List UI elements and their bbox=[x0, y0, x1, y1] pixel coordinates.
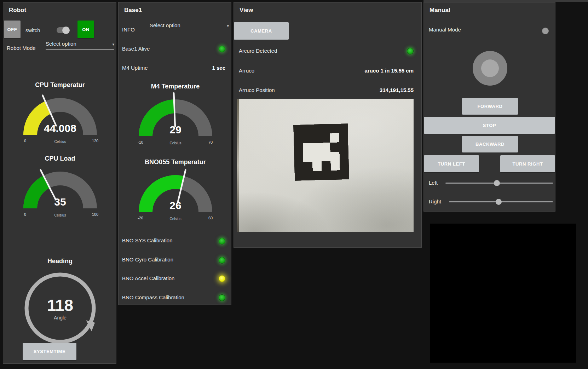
heading-ring: 118 Angle bbox=[10, 266, 110, 348]
bno-accel-calibration-label: BNO Accel Calibration bbox=[122, 275, 174, 282]
svg-text:0: 0 bbox=[24, 139, 26, 143]
systemtime-button[interactable]: SYSTEMTIME bbox=[23, 343, 76, 360]
robot-panel-title: Robot bbox=[9, 7, 26, 14]
svg-text:0: 0 bbox=[24, 212, 26, 217]
manual-panel-title: Manual bbox=[430, 7, 450, 14]
m4-temperature-gauge: M4 Temperature 29 -10 70 Celsius bbox=[125, 82, 226, 146]
bno-accel-calibration-led bbox=[219, 275, 225, 282]
panel-view: View CAMERA Arcuro Detected Arruco aruco… bbox=[234, 2, 422, 248]
cpu-temperature-title: CPU Temperatur bbox=[10, 81, 110, 89]
arruco-value: aruco 1 in 15.55 cm bbox=[365, 67, 414, 74]
robot-dashboard: Robot OFF switch ON Robot Mode Select op… bbox=[0, 0, 588, 369]
cpu-load-gauge: CPU Load 35 0 100 Celsius bbox=[10, 155, 110, 218]
arruco-position-label: Arruco Position bbox=[239, 87, 275, 94]
svg-text:-20: -20 bbox=[138, 216, 143, 220]
info-select[interactable]: Select option ▾ bbox=[150, 22, 229, 31]
switch-toggle[interactable] bbox=[57, 27, 69, 33]
right-slider-knob[interactable] bbox=[496, 199, 502, 205]
stop-button[interactable]: STOP bbox=[424, 117, 555, 134]
heading-title: Heading bbox=[10, 257, 110, 265]
arruco-position-value: 314,191,15.55 bbox=[380, 87, 414, 94]
svg-text:118: 118 bbox=[47, 296, 73, 315]
switch-label: switch bbox=[25, 27, 40, 34]
base1-alive-label: Base1 Alive bbox=[122, 45, 150, 52]
bno-sys-calibration-led bbox=[219, 238, 225, 244]
camera-edge-shadow bbox=[237, 99, 239, 232]
svg-text:120: 120 bbox=[92, 139, 98, 143]
cpu-load-arc: 35 0 100 Celsius bbox=[10, 169, 110, 218]
svg-text:100: 100 bbox=[92, 212, 98, 217]
cpu-temperature-gauge: CPU Temperatur 44.008 0 120 Celsius bbox=[10, 81, 110, 145]
svg-text:Celsius: Celsius bbox=[54, 213, 66, 217]
bno-gyro-calibration-label: BNO Gyro Calibration bbox=[122, 256, 173, 263]
backward-button[interactable]: BACKWARD bbox=[462, 136, 518, 152]
empty-chart-placeholder bbox=[430, 224, 576, 363]
base1-alive-led bbox=[219, 46, 225, 52]
camera-feed-image bbox=[237, 99, 414, 232]
base1-panel-title: Base1 bbox=[124, 7, 142, 14]
bno055-temperature-gauge: BNO055 Temperatur 26 -20 60 Celsius bbox=[125, 158, 226, 222]
info-label: INFO bbox=[122, 26, 135, 33]
on-button[interactable]: ON bbox=[77, 21, 94, 38]
svg-text:-10: -10 bbox=[138, 140, 143, 144]
m4-uptime-label: M4 Uptime bbox=[122, 64, 148, 71]
turn-right-button[interactable]: TURN RIGHT bbox=[500, 155, 555, 172]
svg-text:Celsius: Celsius bbox=[54, 140, 66, 144]
top-strip bbox=[423, 0, 588, 2]
arruco-label: Arruco bbox=[239, 67, 254, 74]
svg-text:29: 29 bbox=[169, 124, 181, 136]
left-slider[interactable] bbox=[445, 183, 553, 184]
heading-gauge: Heading 118 Angle bbox=[10, 257, 110, 348]
svg-text:Angle: Angle bbox=[54, 315, 67, 321]
bno-gyro-calibration-led bbox=[219, 257, 225, 264]
arcuro-detected-label: Arcuro Detected bbox=[239, 47, 277, 54]
chevron-down-icon: ▾ bbox=[112, 42, 114, 47]
svg-text:Celsius: Celsius bbox=[169, 217, 181, 221]
off-button[interactable]: OFF bbox=[4, 21, 21, 38]
cpu-temperature-arc: 44.008 0 120 Celsius bbox=[10, 95, 110, 145]
info-select-value: Select option bbox=[150, 22, 180, 28]
manual-mode-label: Manual Mode bbox=[429, 26, 461, 33]
svg-text:44.008: 44.008 bbox=[44, 122, 76, 134]
view-panel-title: View bbox=[240, 7, 253, 14]
forward-button[interactable]: FORWARD bbox=[462, 98, 518, 115]
arcuro-detected-led bbox=[407, 48, 414, 54]
robot-mode-select[interactable]: Select option ▾ bbox=[46, 41, 114, 50]
camera-button[interactable]: CAMERA bbox=[234, 22, 289, 40]
manual-mode-led bbox=[542, 28, 549, 34]
panel-base1: Base1 INFO Select option ▾ Base1 Alive M… bbox=[118, 2, 231, 305]
robot-mode-value: Select option bbox=[46, 41, 76, 47]
svg-text:26: 26 bbox=[169, 200, 181, 211]
joystick[interactable] bbox=[473, 51, 507, 86]
left-slider-knob[interactable] bbox=[494, 180, 500, 186]
bno-compass-calibration-led bbox=[219, 294, 225, 301]
bno-sys-calibration-label: BNO SYS Calibration bbox=[122, 237, 173, 244]
bno055-temperature-title: BNO055 Temperatur bbox=[125, 158, 226, 166]
m4-temperature-arc: 29 -10 70 Celsius bbox=[125, 97, 226, 146]
robot-mode-label: Robot Mode bbox=[7, 45, 36, 52]
aruco-marker bbox=[293, 123, 349, 181]
svg-text:60: 60 bbox=[208, 216, 212, 220]
bno-compass-calibration-label: BNO Compass Calibration bbox=[122, 294, 184, 301]
svg-text:Celsius: Celsius bbox=[169, 141, 181, 145]
joystick-knob[interactable] bbox=[481, 59, 499, 77]
right-slider-label: Right bbox=[429, 198, 441, 205]
svg-text:70: 70 bbox=[208, 140, 212, 144]
m4-temperature-title: M4 Temperature bbox=[125, 82, 226, 90]
toggle-knob bbox=[62, 27, 70, 34]
cpu-load-title: CPU Load bbox=[10, 155, 110, 162]
turn-left-button[interactable]: TURN LEFT bbox=[424, 155, 479, 172]
panel-manual: Manual Manual Mode FORWARD STOP BACKWARD… bbox=[423, 2, 555, 212]
svg-text:35: 35 bbox=[54, 196, 66, 208]
m4-uptime-value: 1 sec bbox=[212, 64, 225, 71]
right-slider[interactable] bbox=[449, 201, 553, 202]
panel-robot: Robot OFF switch ON Robot Mode Select op… bbox=[3, 2, 116, 364]
chevron-down-icon: ▾ bbox=[227, 24, 229, 28]
left-slider-label: Left bbox=[429, 179, 438, 186]
bno055-temperature-arc: 26 -20 60 Celsius bbox=[125, 172, 226, 222]
